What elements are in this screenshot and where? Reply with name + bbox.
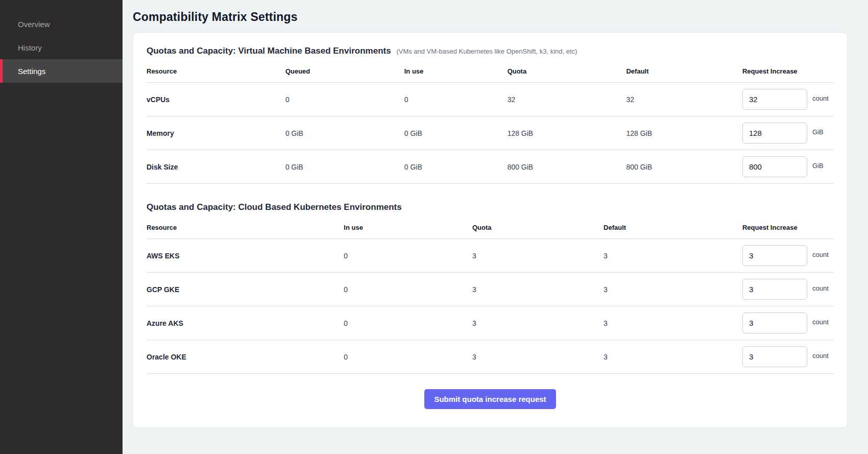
quota-value: 3: [472, 274, 604, 305]
request-increase-cell: count: [742, 83, 834, 116]
vm-section-subtitle: (VMs and VM-based Kubernetes like OpenSh…: [396, 47, 577, 55]
page-title: Compatibility Matrix Settings: [133, 10, 848, 24]
quota-value: 3: [472, 308, 604, 339]
in-use-value: 0: [404, 84, 508, 115]
quota-value: 3: [472, 241, 604, 271]
submit-quota-increase-button[interactable]: Submit quota increase request: [424, 389, 556, 409]
column-header-in-use: In use: [344, 221, 472, 238]
in-use-value: 0: [344, 274, 472, 305]
table-row-aws-eks: AWS EKS 0 3 3 count: [147, 239, 834, 273]
column-header-resource: Resource: [147, 221, 344, 238]
quotas-card: Quotas and Capacity: Virtual Machine Bas…: [133, 32, 848, 428]
default-value: 3: [604, 308, 742, 339]
sidebar-item-history[interactable]: History: [0, 36, 123, 59]
default-value: 3: [604, 274, 742, 305]
vcpus-request-input[interactable]: [742, 89, 807, 110]
cloud-section-title-text: Quotas and Capacity: Cloud Based Kuberne…: [147, 202, 402, 212]
request-increase-cell: count: [742, 340, 834, 373]
default-value: 800 GiB: [626, 152, 742, 182]
in-use-value: 0: [344, 241, 472, 271]
table-row-oracle-oke: Oracle OKE 0 3 3 count: [147, 340, 834, 374]
resource-label: AWS EKS: [147, 241, 344, 271]
cloud-section-title: Quotas and Capacity: Cloud Based Kuberne…: [147, 202, 834, 212]
table-row-gcp-gke: GCP GKE 0 3 3 count: [147, 273, 834, 306]
memory-request-input[interactable]: [742, 123, 807, 144]
resource-label: Memory: [147, 118, 285, 149]
quota-value: 32: [508, 84, 626, 115]
resource-label: Oracle OKE: [147, 342, 344, 372]
unit-label: GiB: [812, 128, 824, 136]
resource-label: GCP GKE: [147, 274, 344, 305]
quota-value: 800 GiB: [508, 152, 626, 182]
default-value: 32: [626, 84, 742, 115]
column-header-default: Default: [626, 64, 742, 82]
unit-label: GiB: [812, 162, 824, 170]
unit-label: count: [812, 318, 829, 326]
unit-label: count: [812, 284, 829, 292]
in-use-value: 0: [344, 342, 472, 372]
unit-label: count: [812, 251, 829, 258]
oracle-oke-request-input[interactable]: [742, 346, 807, 367]
default-value: 3: [604, 241, 742, 271]
quota-value: 128 GiB: [508, 118, 626, 149]
gcp-gke-request-input[interactable]: [742, 279, 807, 300]
sidebar: Overview History Settings: [0, 0, 123, 454]
request-increase-cell: count: [742, 306, 834, 340]
default-value: 128 GiB: [626, 118, 742, 149]
request-increase-cell: GiB: [742, 116, 834, 150]
resource-label: vCPUs: [147, 84, 285, 115]
request-increase-cell: GiB: [742, 150, 834, 183]
resource-label: Azure AKS: [147, 308, 344, 339]
submit-row: Submit quota increase request: [147, 374, 834, 416]
in-use-value: 0: [344, 308, 472, 339]
column-header-default: Default: [604, 221, 742, 238]
vm-quota-table: Resource Queued In use Quota Default Req…: [147, 64, 834, 184]
in-use-value: 0 GiB: [404, 118, 508, 149]
request-increase-cell: count: [742, 273, 834, 306]
column-header-quota: Quota: [508, 64, 626, 82]
column-header-request-increase: Request Increase: [742, 221, 834, 238]
column-header-quota: Quota: [472, 221, 604, 238]
table-row-azure-aks: Azure AKS 0 3 3 count: [147, 306, 834, 340]
disk-size-request-input[interactable]: [742, 156, 807, 177]
vm-section-title: Quotas and Capacity: Virtual Machine Bas…: [147, 46, 834, 56]
request-increase-cell: count: [742, 239, 834, 272]
sidebar-item-settings[interactable]: Settings: [0, 59, 123, 83]
azure-aks-request-input[interactable]: [742, 313, 807, 333]
cloud-quota-table: Resource In use Quota Default Request In…: [147, 221, 834, 374]
column-header-request-increase: Request Increase: [742, 64, 834, 82]
main-content: Compatibility Matrix Settings Quotas and…: [123, 0, 868, 454]
vm-section-title-text: Quotas and Capacity: Virtual Machine Bas…: [147, 46, 391, 56]
quota-value: 3: [472, 342, 604, 372]
unit-label: count: [812, 352, 829, 360]
queued-value: 0 GiB: [285, 118, 404, 149]
column-header-resource: Resource: [147, 64, 285, 82]
queued-value: 0 GiB: [285, 152, 404, 182]
in-use-value: 0 GiB: [404, 152, 508, 182]
queued-value: 0: [285, 84, 404, 115]
table-row-memory: Memory 0 GiB 0 GiB 128 GiB 128 GiB GiB: [147, 116, 834, 150]
column-header-queued: Queued: [285, 64, 404, 82]
vm-table-header-row: Resource Queued In use Quota Default Req…: [147, 64, 834, 83]
aws-eks-request-input[interactable]: [742, 245, 807, 266]
sidebar-item-overview[interactable]: Overview: [0, 12, 123, 36]
app-root: Overview History Settings Compatibility …: [0, 0, 868, 454]
table-row-disk-size: Disk Size 0 GiB 0 GiB 800 GiB 800 GiB Gi…: [147, 150, 834, 184]
column-header-in-use: In use: [404, 64, 508, 82]
cloud-table-header-row: Resource In use Quota Default Request In…: [147, 221, 834, 239]
table-row-vcpus: vCPUs 0 0 32 32 count: [147, 83, 834, 116]
unit-label: count: [812, 94, 829, 102]
resource-label: Disk Size: [147, 152, 285, 182]
default-value: 3: [604, 342, 742, 372]
